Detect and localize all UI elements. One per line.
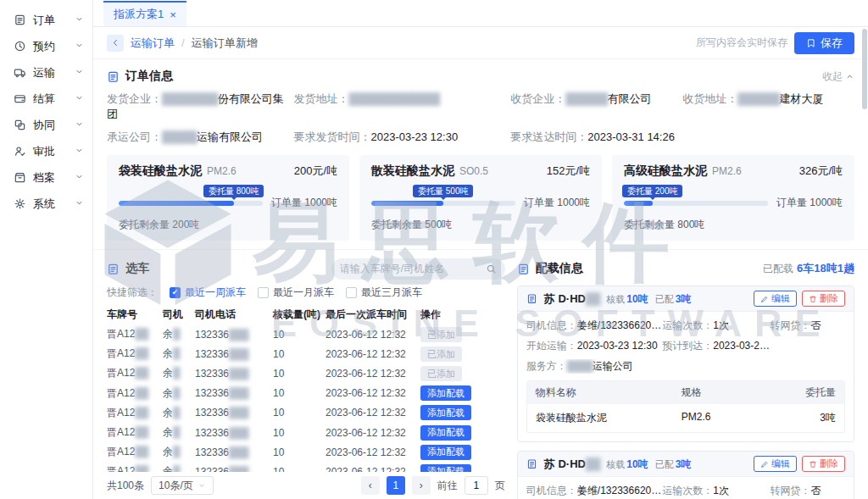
redacted-text: ██ <box>586 292 599 305</box>
action-cell: 已添加 <box>420 347 505 362</box>
order-info-icon <box>107 70 120 83</box>
phone-cell: 132336███ <box>195 329 273 341</box>
last-dispatch-cell: 2023-06-12 12:32 <box>326 466 420 472</box>
action-cell: 已添加 <box>420 366 505 381</box>
edit-button[interactable]: 编辑 <box>754 291 797 307</box>
vehicle-panel: 选车 快捷筛选： ✔最近一周派车最近一月派车最近三月派车 车牌号司机司机电话核载… <box>107 255 505 499</box>
goto-page-input[interactable] <box>465 476 488 495</box>
page-1-button[interactable]: 1 <box>387 476 405 495</box>
redacted-text: ██ <box>586 457 599 470</box>
vehicle-row: 晋A12██余█132336███102023-06-12 12:32添加配载 <box>107 442 505 462</box>
commission-remaining: 委托剩余量 200吨 <box>119 218 337 232</box>
redacted-text: ██ <box>135 328 147 340</box>
sidebar-item-collaboration[interactable]: 协同 <box>0 112 92 138</box>
sidebar-item-orders[interactable]: 订单 <box>0 7 92 33</box>
next-page-button[interactable]: › <box>412 476 431 495</box>
page-size-select[interactable]: 10条/页 <box>151 476 214 495</box>
system-icon <box>14 197 26 210</box>
sidebar-item-transport[interactable]: 运输 <box>0 59 92 86</box>
tab-assign-plan[interactable]: 指派方案1 × <box>103 1 186 26</box>
redacted-text: █ <box>173 328 180 340</box>
sidebar-item-reservation[interactable]: 预约 <box>0 33 92 59</box>
stowage-panel-icon <box>517 263 530 275</box>
sidebar-item-settlement[interactable]: 结算 <box>0 86 92 112</box>
driver-cell: 余█ <box>163 425 195 440</box>
close-icon[interactable]: × <box>170 8 176 21</box>
back-button[interactable] <box>107 35 124 52</box>
vehicle-table-header: 车牌号司机司机电话核载量(吨)最后一次派车时间操作 <box>107 304 505 324</box>
sidebar-item-system[interactable]: 系统 <box>0 191 92 217</box>
loaded-summary: 已配载6车18吨1趟 <box>763 261 854 276</box>
plate-number: 苏 D·HD██ <box>544 291 600 307</box>
delete-button[interactable]: 删除 <box>802 291 845 307</box>
edit-button[interactable]: 编辑 <box>754 456 797 472</box>
redacted-text: █████ <box>162 130 197 143</box>
orders-icon <box>14 14 26 26</box>
breadcrumb-parent[interactable]: 运输订单 <box>131 36 175 51</box>
plate-cell: 晋A12██ <box>107 464 163 472</box>
stowage-field: 运输次数：1次 <box>662 484 770 498</box>
stowage-card-body: 司机信息：姜维/13233662062运输次数：1次转网贷：否开始运输：2023… <box>518 477 854 499</box>
filter-checkbox-1[interactable]: 最近一月派车 <box>258 286 334 300</box>
commission-remaining: 委托剩余量 500吨 <box>371 218 590 232</box>
collapse-toggle[interactable]: 收起 <box>822 69 854 84</box>
sidebar-item-archive[interactable]: 档案 <box>0 164 92 191</box>
driver-cell: 余█ <box>163 406 195 420</box>
prev-page-button[interactable]: ‹ <box>361 476 380 495</box>
product-card: 散装硅酸盐水泥SO0.5152元/吨委托量 500吨订单量 1000吨委托剩余量… <box>359 155 602 241</box>
last-dispatch-cell: 2023-06-12 12:32 <box>326 387 420 399</box>
scrollbar-thumb[interactable] <box>862 29 867 109</box>
column-header: 司机电话 <box>195 308 273 322</box>
collaboration-icon <box>14 119 26 131</box>
commission-remaining: 委托剩余量 800吨 <box>624 218 843 232</box>
stowage-card-header: 苏 D·HD██核载10吨已配3吨编辑删除 <box>518 286 854 312</box>
action-cell: 添加配载 <box>420 405 505 420</box>
order-field: 发货企业：████████份有限公司集团 <box>107 91 294 122</box>
add-stowage-button[interactable]: 添加配载 <box>420 464 471 472</box>
app-window: 订单预约运输结算协同审批档案系统 指派方案1 × 运输订单 / 运输订单新增 所… <box>0 0 868 499</box>
commission-badge: 委托量 800吨 <box>203 185 264 197</box>
save-icon <box>806 38 816 48</box>
truck-card-icon <box>526 458 537 469</box>
chevron-down-icon <box>75 172 84 181</box>
action-cell: 添加配载 <box>420 445 505 460</box>
sidebar-item-label: 档案 <box>33 170 55 186</box>
filter-checkbox-0[interactable]: ✔最近一周派车 <box>170 286 246 300</box>
sidebar-item-label: 协同 <box>33 118 55 133</box>
driver-cell: 余█ <box>163 386 195 401</box>
last-dispatch-cell: 2023-06-12 12:32 <box>326 368 420 380</box>
vehicle-search-box <box>331 258 505 280</box>
order-field: 承运公司：█████运输有限公司 <box>107 130 294 145</box>
add-stowage-button[interactable]: 添加配载 <box>420 425 471 441</box>
filter-checkbox-2[interactable]: 最近三月派车 <box>346 286 422 300</box>
delete-button[interactable]: 删除 <box>802 456 845 472</box>
phone-cell: 132336███ <box>195 348 273 360</box>
sidebar: 订单预约运输结算协同审批档案系统 <box>0 0 93 499</box>
redacted-text: ███ <box>229 427 248 439</box>
stowage-panel-title: 配载信息 <box>536 261 583 276</box>
redacted-text: ████ <box>567 360 593 372</box>
search-input[interactable] <box>340 263 481 274</box>
plate-cell: 晋A12██ <box>107 347 163 361</box>
search-icon[interactable] <box>486 263 497 274</box>
plate-cell: 晋A12██ <box>107 366 163 380</box>
redacted-text: ██ <box>135 426 147 438</box>
save-button[interactable]: 保存 <box>794 32 854 54</box>
action-cell: 添加配载 <box>420 464 505 472</box>
add-stowage-button[interactable]: 添加配载 <box>420 445 471 460</box>
phone-cell: 132336███ <box>195 427 273 439</box>
add-stowage-button[interactable]: 添加配载 <box>420 405 471 420</box>
add-stowage-button[interactable]: 添加配载 <box>420 385 471 401</box>
checkbox-icon <box>258 287 269 298</box>
progress-bar <box>624 201 768 206</box>
quick-filter-label: 快捷筛选： <box>107 286 158 300</box>
vehicle-row: 晋A12██余█132336███102023-06-12 12:32添加配载 <box>107 423 505 442</box>
sidebar-item-approval[interactable]: 审批 <box>0 138 92 164</box>
plate-cell: 晋A12██ <box>107 386 163 401</box>
redacted-text: ███ <box>229 368 248 380</box>
vehicle-row: 晋A12██余█132336███102023-06-12 12:32已添加 <box>107 324 505 344</box>
vehicle-table-footer: 共100条 10条/页 ‹ 1 › 前往 页 <box>107 472 505 499</box>
phone-cell: 132336███ <box>195 387 273 399</box>
redacted-text: ██ <box>135 367 147 379</box>
material-table-header: 物料名称规格委托量 <box>527 381 844 404</box>
